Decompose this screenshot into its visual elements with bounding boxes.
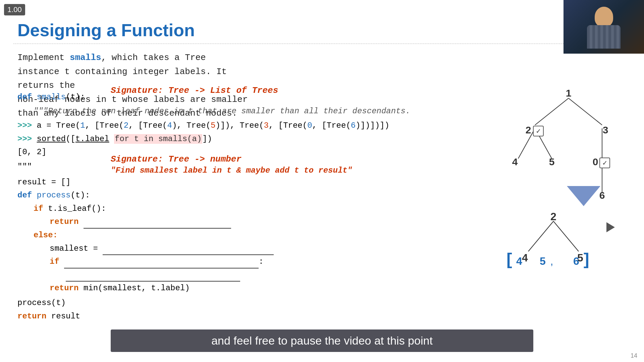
repl-prompt-2: >>>	[17, 134, 37, 143]
smallest-line: smallest =	[50, 242, 410, 255]
process-call-line: process(t)	[17, 296, 410, 310]
svg-marker-29	[606, 222, 615, 232]
svg-text:2: 2	[526, 124, 531, 135]
repl-prompt-1: >>>	[17, 121, 37, 130]
kw-def: def	[17, 93, 37, 102]
kw-if: if	[34, 204, 48, 213]
svg-text:5: 5	[549, 156, 555, 167]
close-docstring: """	[17, 160, 410, 174]
blank-if	[64, 261, 259, 268]
svg-line-19	[553, 221, 579, 251]
result-init-line: result = []	[17, 176, 410, 189]
svg-text:1: 1	[566, 87, 572, 99]
title-divider	[13, 44, 570, 44]
fn-process: process	[37, 191, 71, 200]
fn-smalls: smalls	[37, 93, 66, 102]
svg-text:4: 4	[516, 255, 522, 267]
play-button-overlay[interactable]	[597, 215, 622, 240]
repl-num-1: 1	[80, 121, 85, 130]
code-block: def smalls(t): """Return the non-leaf no…	[17, 90, 410, 323]
page-title: Designing a Function	[17, 20, 195, 40]
if-blank-line: if :	[50, 255, 410, 268]
person-body	[587, 25, 621, 49]
intro-text-line1: Implement smalls, which takes a Tree ins…	[17, 53, 227, 90]
svg-line-18	[528, 221, 553, 251]
return-blank-line: return	[50, 215, 410, 229]
svg-text:4: 4	[522, 252, 528, 264]
svg-text:[: [	[506, 250, 512, 268]
webcam-feed	[564, 0, 644, 54]
svg-text:5: 5	[540, 255, 546, 267]
svg-text:0: 0	[593, 156, 598, 167]
blank-if-body-line	[66, 274, 240, 282]
svg-marker-17	[567, 186, 600, 206]
svg-text:,: ,	[550, 255, 553, 267]
person-head	[595, 7, 613, 27]
blank-smallest	[103, 248, 274, 255]
svg-text:3: 3	[603, 124, 608, 135]
slide-counter: 1.00	[4, 4, 25, 15]
play-icon[interactable]	[603, 221, 616, 234]
highlight-smalls: smalls	[70, 53, 101, 63]
docstring-line: """Return the non-leaf nodes in t that a…	[34, 105, 410, 118]
kw-return-result: return	[17, 312, 51, 321]
def-smalls-line: def smalls(t):	[17, 90, 410, 104]
return-result-line: return result	[17, 310, 410, 323]
def-process-line: def process(t):	[17, 189, 410, 202]
return-min-line: return min(smallest, t.label)	[50, 282, 410, 295]
repl-line-2: >>> sorted([t.label for t in smalls(a)])	[17, 132, 410, 146]
presenter-video	[577, 3, 631, 50]
blank-return	[84, 221, 231, 229]
blank-if-body	[66, 268, 410, 282]
person-shirt	[587, 25, 621, 49]
svg-line-1	[569, 98, 602, 125]
down-arrow	[564, 184, 604, 208]
svg-text:2: 2	[550, 210, 556, 223]
repl-result: [0, 2]	[17, 145, 410, 159]
kw-if-2: if	[50, 257, 64, 266]
kw-return-2: return	[50, 284, 84, 293]
if-leaf-line: if t.is_leaf():	[34, 202, 410, 216]
svg-line-0	[535, 98, 569, 125]
svg-text:6: 6	[573, 255, 579, 267]
svg-text:✓: ✓	[536, 127, 540, 136]
svg-text:]: ]	[584, 250, 589, 268]
repl-line-1: >>> a = Tree(1, [Tree(2, [Tree(4), Tree(…	[17, 119, 410, 132]
slide-number: 14	[631, 352, 637, 359]
kw-def-process: def	[17, 191, 37, 200]
kw-else: else:	[34, 231, 58, 240]
docstring-text: """Return the non-leaf nodes in t that a…	[34, 107, 410, 116]
svg-text:4: 4	[512, 156, 518, 167]
else-line: else:	[34, 229, 410, 242]
svg-text:✓: ✓	[602, 159, 607, 168]
caption-bar: and feel free to pause the video at this…	[111, 329, 533, 352]
webcam-container	[564, 0, 644, 54]
kw-return-1: return	[50, 217, 84, 226]
